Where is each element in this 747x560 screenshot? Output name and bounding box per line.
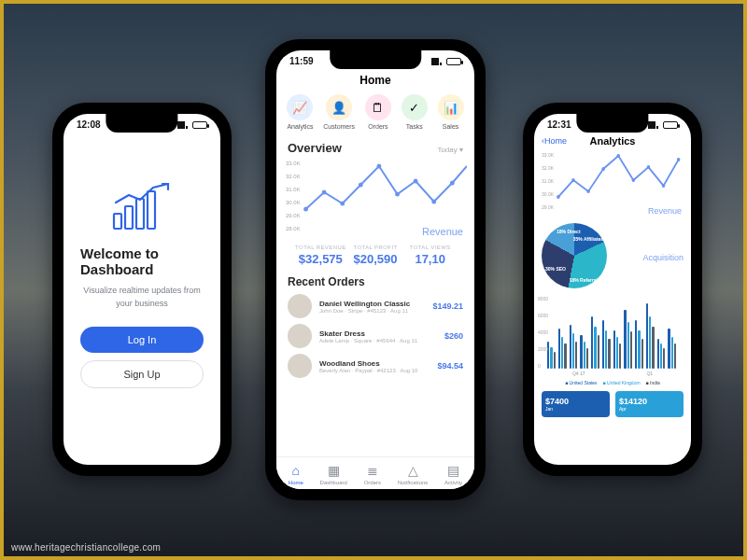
bar: [652, 327, 654, 369]
bar: [575, 342, 577, 369]
order-meta: John Doe · Stripe · #45123 · Aug 11: [319, 308, 425, 314]
order-meta: Adele Lamp · Square · #45644 · Aug 11: [319, 338, 437, 343]
tab-notifications[interactable]: △ Notifications: [398, 463, 429, 485]
bar: [663, 348, 665, 369]
bar: [594, 327, 596, 369]
order-avatar: [288, 294, 312, 318]
back-button[interactable]: ‹ Home: [542, 136, 567, 146]
svg-point-5: [322, 190, 327, 195]
category-label: Tasks: [406, 123, 423, 130]
overview-line-chart: 33.0K 32.0K 31.0K 30.0K 29.0K 28.0K Reve…: [284, 161, 467, 241]
category-orders[interactable]: 🗒 Orders: [365, 94, 391, 130]
order-row[interactable]: Skater Dress Adele Lamp · Square · #4564…: [288, 324, 463, 348]
order-price: $94.54: [437, 361, 463, 371]
stat: TOTAL PROFIT $20,590: [348, 245, 403, 266]
pie-slice-label: 18% Referral: [570, 277, 598, 283]
svg-point-18: [632, 178, 636, 182]
bar: [564, 343, 566, 369]
bar: [554, 352, 556, 369]
order-price: $260: [444, 331, 463, 341]
tab-orders[interactable]: ≣ Orders: [364, 463, 381, 485]
category-analytics[interactable]: 📈 Analytics: [287, 94, 313, 130]
bar: [649, 316, 651, 369]
tab-label: Dashboard: [320, 480, 347, 485]
orders-icon: ≣: [367, 463, 378, 478]
bar: [572, 333, 574, 369]
category-icon: 📈: [287, 94, 313, 120]
battery-icon: [663, 121, 678, 129]
category-customers[interactable]: 👤 Customers: [323, 94, 355, 130]
svg-point-10: [414, 179, 418, 184]
svg-point-20: [662, 184, 666, 188]
tab-home[interactable]: ⌂ Home: [289, 463, 303, 485]
signal-icon: [431, 58, 443, 65]
ytick: 2000: [538, 346, 548, 352]
order-row[interactable]: Daniel Wellington Classic John Doe · Str…: [288, 294, 463, 318]
svg-point-19: [647, 165, 651, 169]
stat-label: TOTAL PROFIT: [348, 245, 403, 250]
page-title: Home: [276, 68, 474, 94]
welcome-subtitle: Visualize realtime updates from your bus…: [80, 285, 204, 310]
bar: [580, 335, 582, 369]
tab-bar: ⌂ Home ▦ Dashboard ≣ Orders △ Notificati…: [276, 456, 474, 489]
category-tasks[interactable]: ✓ Tasks: [402, 94, 428, 130]
tab-dashboard[interactable]: ▦ Dashboard: [320, 463, 347, 485]
stat-label: TOTAL REVENUE: [293, 245, 348, 250]
notch: [576, 114, 648, 133]
order-avatar: [288, 324, 312, 348]
watermark: www.heritagechristiancollege.com: [11, 542, 161, 553]
category-label: Orders: [368, 123, 388, 130]
bar: [608, 339, 610, 369]
bar: [657, 339, 659, 369]
category-sales[interactable]: 📊 Sales: [438, 94, 464, 130]
ytick: 33.0K: [542, 152, 554, 158]
ytick: 31.0K: [286, 187, 301, 192]
stat-value: $32,575: [293, 252, 348, 266]
phone-home: 11:59 Home 📈 Analytics 👤 Customers 🗒 Ord…: [265, 39, 486, 500]
bar: [605, 330, 607, 369]
card-label: Jan: [545, 406, 606, 412]
order-name: Woodland Shoes: [319, 359, 430, 368]
order-row[interactable]: Woodland Shoes Beverly Alen · Paypal · #…: [288, 354, 463, 378]
ytick: 6000: [538, 313, 548, 318]
summary-card[interactable]: $7400 Jan: [542, 391, 610, 417]
summary-card[interactable]: $14120 Apr: [615, 391, 684, 417]
overview-title: Overview: [288, 141, 342, 155]
legend-item: India: [646, 380, 660, 385]
bar: [646, 303, 648, 369]
svg-point-11: [431, 200, 436, 204]
bar: [558, 329, 560, 369]
ytick: 29.0K: [542, 204, 554, 210]
battery-icon: [192, 121, 207, 129]
acquisition-pie-chart: 18% Direct 35% Affiliates 30% SEO 18% Re…: [542, 223, 607, 288]
status-time: 12:08: [77, 119, 101, 130]
ytick: 30.0K: [286, 200, 301, 205]
revenue-line-chart: 33.0K 32.0K 31.0K 30.0K 29.0K Revenue: [542, 152, 684, 217]
svg-point-7: [359, 183, 363, 188]
xlabel: Q1: [646, 371, 653, 376]
login-button[interactable]: Log In: [80, 327, 204, 353]
dashboard-icon: ▦: [328, 463, 340, 478]
svg-rect-3: [148, 191, 155, 229]
bar: [616, 337, 618, 369]
orders-list: Daniel Wellington Classic John Doe · Str…: [288, 294, 463, 378]
stat-value: 17,10: [402, 252, 458, 266]
chart-tag: Revenue: [648, 206, 682, 216]
stat: TOTAL REVENUE $32,575: [293, 245, 348, 266]
notifications-icon: △: [408, 463, 418, 478]
bar: [591, 316, 593, 369]
notch: [106, 114, 177, 133]
order-meta: Beverly Alen · Paypal · #42123 · Aug 10: [319, 368, 430, 373]
bar: [674, 343, 676, 369]
bar: [598, 335, 599, 369]
welcome-chart-icon: [108, 182, 176, 232]
signup-button[interactable]: Sign Up: [80, 360, 204, 388]
tab-activity[interactable]: ▤ Activity: [444, 463, 462, 485]
ytick: 29.0K: [286, 213, 301, 218]
pie-slice-label: 35% Affiliates: [573, 236, 603, 242]
period-selector[interactable]: Today ▾: [437, 146, 463, 154]
page-title: Analytics: [590, 135, 636, 147]
bar: [635, 320, 637, 369]
tab-label: Notifications: [398, 480, 429, 485]
svg-point-8: [376, 164, 381, 169]
